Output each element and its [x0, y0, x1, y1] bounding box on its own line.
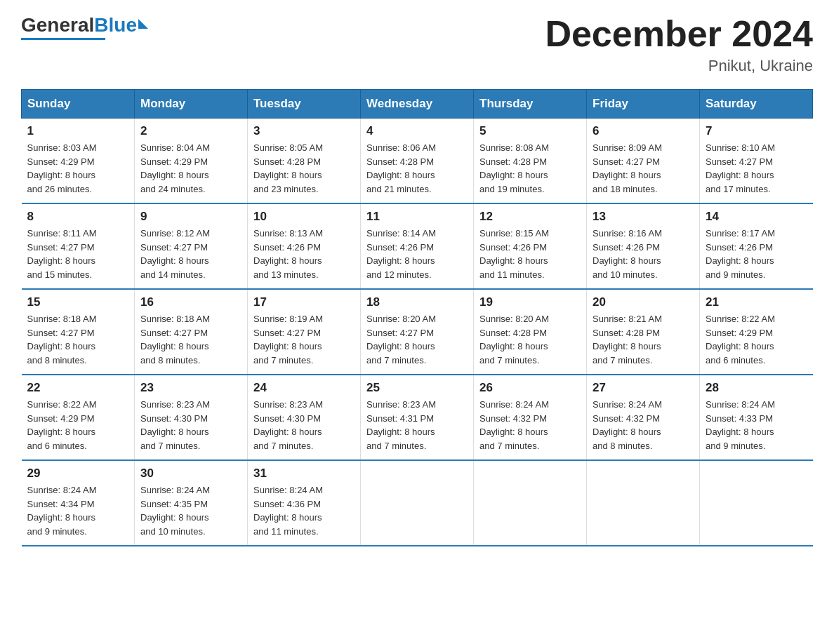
day-info: Sunrise: 8:18 AM Sunset: 4:27 PM Dayligh…: [140, 312, 241, 367]
day-number: 7: [706, 124, 807, 138]
header-tuesday: Tuesday: [248, 90, 361, 119]
table-row: 20 Sunrise: 8:21 AM Sunset: 4:28 PM Dayl…: [587, 289, 700, 375]
table-row: 22 Sunrise: 8:22 AM Sunset: 4:29 PM Dayl…: [22, 375, 135, 460]
table-row: 23 Sunrise: 8:23 AM Sunset: 4:30 PM Dayl…: [135, 375, 248, 460]
calendar-week-2: 8 Sunrise: 8:11 AM Sunset: 4:27 PM Dayli…: [22, 203, 813, 289]
day-info: Sunrise: 8:21 AM Sunset: 4:28 PM Dayligh…: [593, 312, 694, 367]
calendar-week-4: 22 Sunrise: 8:22 AM Sunset: 4:29 PM Dayl…: [22, 375, 813, 460]
day-number: 13: [593, 210, 694, 224]
logo-blue-text: Blue: [94, 14, 137, 36]
calendar-week-5: 29 Sunrise: 8:24 AM Sunset: 4:34 PM Dayl…: [22, 460, 813, 546]
day-info: Sunrise: 8:23 AM Sunset: 4:30 PM Dayligh…: [253, 398, 355, 452]
calendar-week-3: 15 Sunrise: 8:18 AM Sunset: 4:27 PM Dayl…: [22, 289, 813, 375]
day-info: Sunrise: 8:20 AM Sunset: 4:27 PM Dayligh…: [366, 312, 468, 367]
table-row: 15 Sunrise: 8:18 AM Sunset: 4:27 PM Dayl…: [22, 289, 135, 375]
day-info: Sunrise: 8:24 AM Sunset: 4:32 PM Dayligh…: [479, 398, 581, 452]
table-row: 9 Sunrise: 8:12 AM Sunset: 4:27 PM Dayli…: [135, 203, 248, 289]
table-row: 31 Sunrise: 8:24 AM Sunset: 4:36 PM Dayl…: [248, 460, 361, 546]
day-number: 16: [140, 295, 241, 309]
table-row: 30 Sunrise: 8:24 AM Sunset: 4:35 PM Dayl…: [135, 460, 248, 546]
day-number: 24: [253, 381, 355, 395]
day-info: Sunrise: 8:22 AM Sunset: 4:29 PM Dayligh…: [706, 312, 807, 367]
day-info: Sunrise: 8:09 AM Sunset: 4:27 PM Dayligh…: [593, 141, 694, 196]
table-row: [700, 460, 813, 546]
header-sunday: Sunday: [22, 90, 135, 119]
location-text: Pnikut, Ukraine: [545, 57, 813, 75]
header-thursday: Thursday: [474, 90, 587, 119]
calendar-table: Sunday Monday Tuesday Wednesday Thursday…: [21, 89, 813, 546]
day-info: Sunrise: 8:22 AM Sunset: 4:29 PM Dayligh…: [27, 398, 129, 452]
day-info: Sunrise: 8:24 AM Sunset: 4:36 PM Dayligh…: [253, 483, 355, 538]
day-info: Sunrise: 8:23 AM Sunset: 4:30 PM Dayligh…: [140, 398, 241, 452]
day-info: Sunrise: 8:11 AM Sunset: 4:27 PM Dayligh…: [27, 227, 129, 281]
day-info: Sunrise: 8:04 AM Sunset: 4:29 PM Dayligh…: [140, 141, 241, 196]
day-number: 17: [253, 295, 355, 309]
table-row: 17 Sunrise: 8:19 AM Sunset: 4:27 PM Dayl…: [248, 289, 361, 375]
day-number: 23: [140, 381, 241, 395]
table-row: 10 Sunrise: 8:13 AM Sunset: 4:26 PM Dayl…: [248, 203, 361, 289]
table-row: 14 Sunrise: 8:17 AM Sunset: 4:26 PM Dayl…: [700, 203, 813, 289]
table-row: 12 Sunrise: 8:15 AM Sunset: 4:26 PM Dayl…: [474, 203, 587, 289]
month-title: December 2024: [545, 14, 813, 54]
page-header: General Blue December 2024 Pnikut, Ukrai…: [21, 14, 813, 75]
table-row: 21 Sunrise: 8:22 AM Sunset: 4:29 PM Dayl…: [700, 289, 813, 375]
table-row: [587, 460, 700, 546]
table-row: 5 Sunrise: 8:08 AM Sunset: 4:28 PM Dayli…: [474, 119, 587, 204]
day-number: 9: [140, 210, 241, 224]
table-row: 4 Sunrise: 8:06 AM Sunset: 4:28 PM Dayli…: [361, 119, 474, 204]
title-section: December 2024 Pnikut, Ukraine: [545, 14, 813, 75]
table-row: [474, 460, 587, 546]
table-row: 29 Sunrise: 8:24 AM Sunset: 4:34 PM Dayl…: [22, 460, 135, 546]
logo: General Blue: [21, 14, 148, 40]
day-number: 1: [27, 124, 129, 138]
table-row: 7 Sunrise: 8:10 AM Sunset: 4:27 PM Dayli…: [700, 119, 813, 204]
day-number: 28: [706, 381, 807, 395]
day-info: Sunrise: 8:20 AM Sunset: 4:28 PM Dayligh…: [479, 312, 581, 367]
day-info: Sunrise: 8:14 AM Sunset: 4:26 PM Dayligh…: [366, 227, 468, 281]
day-info: Sunrise: 8:19 AM Sunset: 4:27 PM Dayligh…: [253, 312, 355, 367]
table-row: 19 Sunrise: 8:20 AM Sunset: 4:28 PM Dayl…: [474, 289, 587, 375]
calendar-header-row: Sunday Monday Tuesday Wednesday Thursday…: [22, 90, 813, 119]
header-wednesday: Wednesday: [361, 90, 474, 119]
day-number: 25: [366, 381, 468, 395]
day-number: 6: [593, 124, 694, 138]
day-number: 12: [479, 210, 581, 224]
day-info: Sunrise: 8:24 AM Sunset: 4:33 PM Dayligh…: [706, 398, 807, 452]
day-info: Sunrise: 8:10 AM Sunset: 4:27 PM Dayligh…: [706, 141, 807, 196]
calendar-week-1: 1 Sunrise: 8:03 AM Sunset: 4:29 PM Dayli…: [22, 119, 813, 204]
table-row: 26 Sunrise: 8:24 AM Sunset: 4:32 PM Dayl…: [474, 375, 587, 460]
day-info: Sunrise: 8:03 AM Sunset: 4:29 PM Dayligh…: [27, 141, 129, 196]
day-number: 27: [593, 381, 694, 395]
day-number: 19: [479, 295, 581, 309]
day-number: 18: [366, 295, 468, 309]
header-saturday: Saturday: [700, 90, 813, 119]
logo-underline: [21, 38, 105, 40]
table-row: 16 Sunrise: 8:18 AM Sunset: 4:27 PM Dayl…: [135, 289, 248, 375]
header-friday: Friday: [587, 90, 700, 119]
day-number: 5: [479, 124, 581, 138]
table-row: 6 Sunrise: 8:09 AM Sunset: 4:27 PM Dayli…: [587, 119, 700, 204]
table-row: 13 Sunrise: 8:16 AM Sunset: 4:26 PM Dayl…: [587, 203, 700, 289]
table-row: [361, 460, 474, 546]
day-number: 29: [27, 467, 129, 481]
table-row: 3 Sunrise: 8:05 AM Sunset: 4:28 PM Dayli…: [248, 119, 361, 204]
logo-general-text: General: [21, 14, 94, 36]
day-number: 10: [253, 210, 355, 224]
day-number: 20: [593, 295, 694, 309]
day-number: 21: [706, 295, 807, 309]
table-row: 25 Sunrise: 8:23 AM Sunset: 4:31 PM Dayl…: [361, 375, 474, 460]
day-info: Sunrise: 8:24 AM Sunset: 4:32 PM Dayligh…: [593, 398, 694, 452]
logo-triangle-icon: [138, 19, 148, 29]
day-number: 22: [27, 381, 129, 395]
day-number: 2: [140, 124, 241, 138]
day-number: 31: [253, 467, 355, 481]
table-row: 8 Sunrise: 8:11 AM Sunset: 4:27 PM Dayli…: [22, 203, 135, 289]
day-info: Sunrise: 8:24 AM Sunset: 4:34 PM Dayligh…: [27, 483, 129, 538]
day-info: Sunrise: 8:15 AM Sunset: 4:26 PM Dayligh…: [479, 227, 581, 281]
table-row: 1 Sunrise: 8:03 AM Sunset: 4:29 PM Dayli…: [22, 119, 135, 204]
day-info: Sunrise: 8:18 AM Sunset: 4:27 PM Dayligh…: [27, 312, 129, 367]
day-number: 3: [253, 124, 355, 138]
day-info: Sunrise: 8:06 AM Sunset: 4:28 PM Dayligh…: [366, 141, 468, 196]
day-number: 4: [366, 124, 468, 138]
table-row: 24 Sunrise: 8:23 AM Sunset: 4:30 PM Dayl…: [248, 375, 361, 460]
